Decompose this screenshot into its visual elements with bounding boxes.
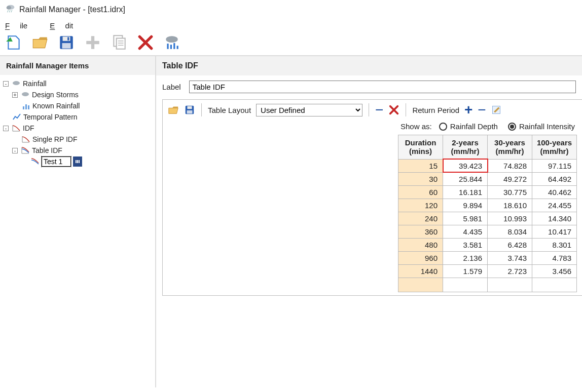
svg-rect-10 <box>86 41 99 44</box>
duration-cell[interactable]: 120 <box>398 199 443 212</box>
value-cell[interactable]: 6.428 <box>488 238 532 251</box>
tree-toggle[interactable]: - <box>3 81 9 87</box>
svg-line-2 <box>8 10 9 13</box>
value-cell[interactable]: 8.301 <box>532 238 577 251</box>
tree-node-single-rp-idf[interactable]: Single RP IDF <box>32 134 77 144</box>
value-cell[interactable]: 9.894 <box>443 199 488 212</box>
chart-curves-icon <box>30 157 40 166</box>
svg-line-3 <box>9 10 10 13</box>
chart-curve-icon <box>12 124 21 133</box>
value-cell[interactable] <box>443 278 488 292</box>
add-return-period-button[interactable]: + <box>464 103 472 117</box>
table-row[interactable]: 1539.42374.82897.115 <box>398 159 577 172</box>
table-row[interactable] <box>398 278 577 292</box>
value-cell[interactable] <box>532 278 577 292</box>
value-cell[interactable]: 10.417 <box>532 225 577 238</box>
table-row[interactable]: 2405.98110.99314.340 <box>398 212 577 225</box>
value-cell[interactable] <box>488 278 532 292</box>
save-icon[interactable] <box>184 104 195 115</box>
value-cell[interactable]: 2.723 <box>488 264 532 278</box>
value-cell[interactable]: 10.993 <box>488 212 532 225</box>
value-cell[interactable]: 97.115 <box>532 159 577 172</box>
svg-rect-18 <box>170 45 172 49</box>
rainfall-chart-icon[interactable] <box>163 34 180 51</box>
label-input[interactable] <box>189 81 576 93</box>
open-folder-icon[interactable] <box>168 104 179 115</box>
duration-cell[interactable]: 240 <box>398 212 443 225</box>
table-layout-select[interactable]: User Defined <box>256 104 362 116</box>
save-icon[interactable] <box>58 34 75 51</box>
duration-cell[interactable]: 480 <box>398 238 443 251</box>
edit-return-period-icon[interactable] <box>491 105 501 115</box>
table-row[interactable]: 3025.84449.27264.492 <box>398 172 577 185</box>
value-cell[interactable]: 1.579 <box>443 264 488 278</box>
value-cell[interactable]: 14.340 <box>532 212 577 225</box>
svg-rect-24 <box>25 104 27 109</box>
value-cell[interactable]: 3.743 <box>488 251 532 264</box>
table-row[interactable]: 9602.1363.7434.783 <box>398 251 577 264</box>
idf-table[interactable]: Duration(mins)2-years(mm/hr)30-years(mm/… <box>398 135 577 292</box>
tree-node-design-storms[interactable]: Design Storms <box>32 90 79 100</box>
radio-rainfall-intensity[interactable]: Rainfall Intensity <box>508 122 575 131</box>
svg-rect-34 <box>187 110 193 113</box>
value-cell[interactable]: 5.981 <box>443 212 488 225</box>
value-cell[interactable]: 39.423 <box>443 159 488 172</box>
value-cell[interactable]: 74.828 <box>488 159 532 172</box>
open-folder-icon[interactable] <box>31 34 49 51</box>
duration-cell[interactable]: 60 <box>398 185 443 199</box>
add-icon[interactable] <box>84 34 101 51</box>
value-cell[interactable]: 4.435 <box>443 225 488 238</box>
tree-toggle[interactable]: - <box>3 126 9 131</box>
value-cell[interactable]: 64.492 <box>532 172 577 185</box>
table-header: Duration(mins) <box>398 135 443 160</box>
table-row[interactable]: 4803.5816.4288.301 <box>398 238 577 251</box>
value-cell[interactable]: 30.775 <box>488 185 532 199</box>
new-file-icon[interactable] <box>5 34 22 51</box>
value-cell[interactable]: 4.783 <box>532 251 577 264</box>
tree-node-known-rainfall[interactable]: Known Rainfall <box>32 101 80 111</box>
value-cell[interactable]: 49.272 <box>488 172 532 185</box>
value-cell[interactable]: 3.456 <box>532 264 577 278</box>
tree: - Rainfall + Design Storms Known Rainfal… <box>0 75 155 170</box>
svg-rect-33 <box>187 106 192 109</box>
tree-node-idf[interactable]: IDF <box>23 123 34 133</box>
duration-cell[interactable]: 15 <box>398 159 443 172</box>
tree-toggle[interactable]: + <box>12 92 18 98</box>
value-cell[interactable]: 24.455 <box>532 199 577 212</box>
value-cell[interactable]: 16.181 <box>443 185 488 199</box>
duration-cell[interactable]: 1440 <box>398 264 443 278</box>
duration-cell[interactable]: 360 <box>398 225 443 238</box>
value-cell[interactable]: 3.581 <box>443 238 488 251</box>
cloud-icon <box>21 90 30 99</box>
table-row[interactable]: 14401.5792.7233.456 <box>398 264 577 278</box>
tree-rename-input[interactable] <box>42 156 71 167</box>
table-row[interactable]: 1209.89418.61024.455 <box>398 199 577 212</box>
table-row[interactable]: 6016.18130.77540.462 <box>398 185 577 199</box>
value-cell[interactable]: 2.136 <box>443 251 488 264</box>
duration-cell[interactable] <box>398 278 443 292</box>
copy-icon[interactable] <box>111 34 128 51</box>
remove-return-period-button[interactable]: − <box>478 103 486 117</box>
delete-x-icon[interactable] <box>137 34 154 51</box>
rename-handle-icon[interactable] <box>73 156 82 167</box>
delete-row-icon[interactable] <box>388 104 399 115</box>
tree-node-rainfall[interactable]: Rainfall <box>23 79 47 89</box>
label-caption: Label <box>162 83 181 91</box>
svg-rect-19 <box>173 43 175 49</box>
remove-duration-button[interactable]: − <box>375 103 383 117</box>
value-cell[interactable]: 25.844 <box>443 172 488 185</box>
value-cell[interactable]: 40.462 <box>532 185 577 199</box>
duration-cell[interactable]: 960 <box>398 251 443 264</box>
menu-edit[interactable]: Edit <box>50 21 83 30</box>
svg-rect-8 <box>67 37 69 40</box>
value-cell[interactable]: 18.610 <box>488 199 532 212</box>
tree-toggle[interactable]: - <box>12 148 18 153</box>
tree-node-table-idf[interactable]: Table IDF <box>32 145 62 155</box>
tree-node-temporal-pattern[interactable]: Temporal Pattern <box>23 112 78 122</box>
value-cell[interactable]: 8.034 <box>488 225 532 238</box>
table-row[interactable]: 3604.4358.03410.417 <box>398 225 577 238</box>
svg-point-22 <box>22 92 29 96</box>
radio-rainfall-depth[interactable]: Rainfall Depth <box>439 122 498 131</box>
menu-file[interactable]: File <box>5 21 38 30</box>
duration-cell[interactable]: 30 <box>398 172 443 185</box>
